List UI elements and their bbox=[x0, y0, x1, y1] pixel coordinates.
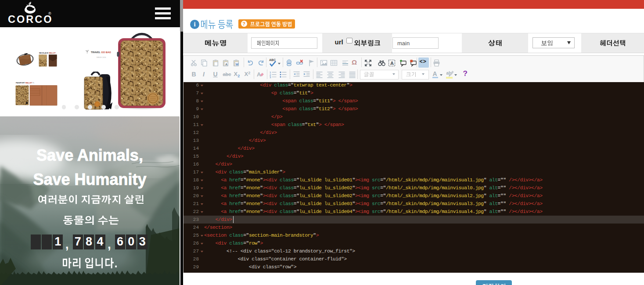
svg-text:3: 3 bbox=[270, 76, 271, 78]
svg-text:A: A bbox=[225, 63, 227, 66]
svg-text:A: A bbox=[390, 61, 394, 66]
svg-text:A: A bbox=[257, 71, 261, 78]
svg-text:W: W bbox=[235, 63, 238, 66]
